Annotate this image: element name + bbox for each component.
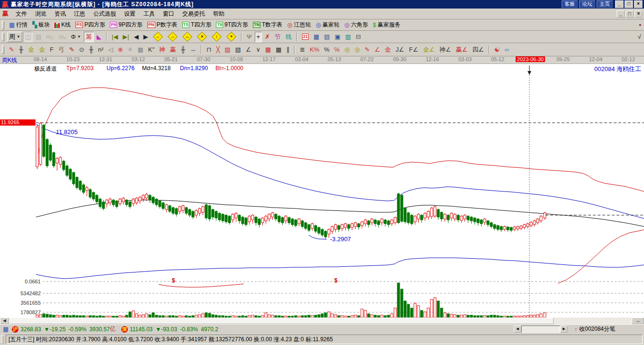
crosshair-tool-button[interactable]: + bbox=[255, 32, 262, 42]
first-page-button[interactable]: |◀ bbox=[110, 32, 120, 42]
hexagon-button[interactable]: ◎六角形 bbox=[342, 20, 370, 30]
candle-style-dropdown[interactable]: Φ▼ bbox=[69, 32, 83, 42]
t-number-table-button[interactable]: TNT数字表 bbox=[251, 20, 284, 30]
menu-item-6[interactable]: 工具 bbox=[140, 9, 159, 18]
menu-item-3[interactable]: 江恩 bbox=[70, 9, 89, 18]
child-close-button[interactable]: × bbox=[635, 10, 643, 18]
scroll-left-button[interactable]: ◀ bbox=[0, 318, 9, 324]
ticker-scroll-right-button[interactable]: ▶ bbox=[560, 326, 568, 333]
quotes-button[interactable]: ▦行情 bbox=[7, 20, 29, 30]
quote-table-icon[interactable]: ▦ bbox=[3, 326, 9, 333]
last-page-button[interactable]: ▶| bbox=[121, 32, 131, 42]
p-square-button[interactable]: PSP四方形 bbox=[73, 20, 107, 30]
forum-button[interactable]: 论坛 bbox=[579, 0, 595, 8]
gann-si-line-button[interactable]: 四∠ bbox=[470, 45, 486, 55]
mirror-tool-button[interactable]: ◁ bbox=[107, 45, 115, 55]
menu-item-8[interactable]: 交易委托 bbox=[179, 9, 209, 18]
star-tool-button[interactable]: ✳ bbox=[126, 45, 135, 55]
minimize-button[interactable]: _ bbox=[615, 0, 624, 8]
pan-right-button[interactable]: → bbox=[166, 32, 179, 42]
clipped-icon[interactable]: √ bbox=[636, 32, 643, 42]
rail-tool-button[interactable]: ╫ bbox=[17, 45, 25, 55]
period-dropdown[interactable]: 周▼ bbox=[7, 32, 22, 42]
cycle-tool-button[interactable]: 节 bbox=[273, 32, 283, 42]
sectors-button[interactable]: ▚板块 bbox=[30, 20, 52, 30]
tick-feed-label[interactable]: 收002084分笔 bbox=[579, 325, 615, 333]
gold-angle-tool-button[interactable]: 金 bbox=[383, 45, 393, 55]
memo-button[interactable]: ▤ bbox=[322, 32, 331, 42]
scrollbar-thumb[interactable] bbox=[9, 318, 554, 324]
k-mark-tool-button[interactable]: K″ bbox=[146, 45, 156, 55]
gann-ying-line-button[interactable]: 赢∠ bbox=[454, 45, 470, 55]
gann-wheel-button[interactable]: ◎江恩轮 bbox=[285, 20, 313, 30]
p-number-table-button[interactable]: PNP数字表 bbox=[145, 20, 179, 30]
shanghai-index-icon[interactable]: 沪 bbox=[12, 326, 18, 333]
gann-j-line-button[interactable]: J∠ bbox=[394, 45, 406, 55]
kline-button[interactable]: K线 bbox=[53, 20, 72, 30]
gold-rail2-tool-button[interactable]: 金 bbox=[37, 45, 47, 55]
child-minimize-button[interactable]: _ bbox=[617, 10, 625, 18]
chart-area[interactable]: 0.066153424823561655178082711.8205-3.290… bbox=[0, 64, 644, 318]
next-page-button[interactable]: ▶ bbox=[142, 32, 150, 42]
gann-shen-line-button[interactable]: 神∠ bbox=[438, 45, 453, 55]
nine-p-square-button[interactable]: P99P四方形 bbox=[108, 20, 144, 30]
ticker-scroll-left-button[interactable]: ◀ bbox=[514, 326, 521, 333]
box-fan-tool-button[interactable]: ▨ bbox=[223, 45, 232, 55]
menu-item-4[interactable]: 公式选股 bbox=[89, 9, 120, 18]
spiral-tool-button[interactable]: 弓 bbox=[56, 45, 66, 55]
reset-view-button[interactable]: × bbox=[195, 32, 209, 42]
time-grid-tool-button[interactable]: ▩ bbox=[274, 45, 283, 55]
save-button[interactable]: ▣ bbox=[333, 32, 342, 42]
percent-line-tool-button[interactable]: ℅ bbox=[332, 45, 342, 55]
homepage-button[interactable]: 主页 bbox=[597, 0, 613, 8]
box-tool-button[interactable]: ⊓ bbox=[205, 45, 213, 55]
color-volume-button[interactable]: ◣ bbox=[95, 32, 103, 42]
angle-tool-button[interactable]: ∠ bbox=[244, 45, 253, 55]
price-grid-tool-button[interactable]: ▦ bbox=[263, 45, 273, 55]
pan-tool-button[interactable]: Ψ bbox=[245, 32, 254, 42]
child-restore-button[interactable]: □ bbox=[626, 10, 634, 18]
calendar-button[interactable]: 21 bbox=[300, 32, 311, 42]
m3-button[interactable]: m₃ bbox=[45, 32, 56, 42]
chart-canvas[interactable]: 0.066153424823561655178082711.8205-3.290… bbox=[0, 64, 644, 318]
box-fan2-tool-button[interactable]: ▧ bbox=[233, 45, 243, 55]
ying-tool-button[interactable]: 赢 bbox=[168, 45, 178, 55]
gann-f-line-button[interactable]: F∠ bbox=[407, 45, 420, 55]
pan-left-button[interactable]: ← bbox=[151, 32, 165, 42]
compress-view-button[interactable]: ↕ bbox=[210, 32, 224, 42]
infinity-tool-button[interactable]: ∞ bbox=[503, 45, 511, 55]
shen-tool-button[interactable]: 神 bbox=[157, 45, 167, 55]
note-view-button[interactable]: ▤ bbox=[34, 32, 43, 42]
percent-tool-button[interactable]: % bbox=[322, 45, 331, 55]
nine-t-square-button[interactable]: T99T四方形 bbox=[214, 20, 250, 30]
winner-wheel-button[interactable]: ◎赢家轮 bbox=[314, 20, 341, 30]
restore-button[interactable]: □ bbox=[625, 0, 633, 8]
marker-pen-tool-button[interactable]: ✎ bbox=[67, 45, 76, 55]
menu-item-7[interactable]: 窗口 bbox=[159, 9, 178, 18]
shenzhen-index-icon[interactable]: 深 bbox=[121, 326, 128, 333]
v-line-tool-button[interactable]: ∨ bbox=[254, 45, 263, 55]
expand-view-button[interactable]: + bbox=[224, 32, 238, 42]
ticker-scroll-track[interactable] bbox=[521, 326, 560, 333]
calculator-button[interactable]: ▦ bbox=[312, 32, 321, 42]
customer-service-button[interactable]: 客服 bbox=[562, 0, 578, 8]
circle-cycle-tool-button[interactable]: ⊙ bbox=[77, 45, 86, 55]
t-square-button[interactable]: TST四方形 bbox=[180, 20, 214, 30]
ladder-tool-button[interactable]: ≣ bbox=[298, 45, 307, 55]
scrollbar-track[interactable] bbox=[554, 318, 632, 324]
menu-item-9[interactable]: 帮助 bbox=[209, 9, 228, 18]
zoom-horizontal-button[interactable]: ↔ bbox=[180, 32, 194, 42]
f-rail-tool-button[interactable]: F bbox=[48, 45, 55, 55]
brush-tool-button[interactable]: ✎ bbox=[7, 45, 16, 55]
prev-page-button[interactable]: ◀ bbox=[132, 32, 141, 42]
parallel-lines-tool-button[interactable]: ∥ bbox=[285, 45, 292, 55]
horizontal-scrollbar[interactable]: ◀ → bbox=[0, 318, 644, 324]
winner-service-button[interactable]: $赢家服务 bbox=[371, 20, 402, 30]
print-button[interactable]: ⊟ bbox=[354, 32, 363, 42]
web-tool-button[interactable]: ▩ bbox=[135, 45, 145, 55]
screenshot-button[interactable]: ▥ bbox=[343, 32, 353, 42]
n-square-tool-button[interactable]: n² bbox=[96, 45, 106, 55]
chip-distribution-button[interactable]: 筹 bbox=[84, 32, 94, 42]
ticker-scrollbar[interactable]: ◀ ▶ bbox=[514, 326, 568, 333]
ruler-tool-button[interactable]: ╫ bbox=[179, 45, 187, 55]
